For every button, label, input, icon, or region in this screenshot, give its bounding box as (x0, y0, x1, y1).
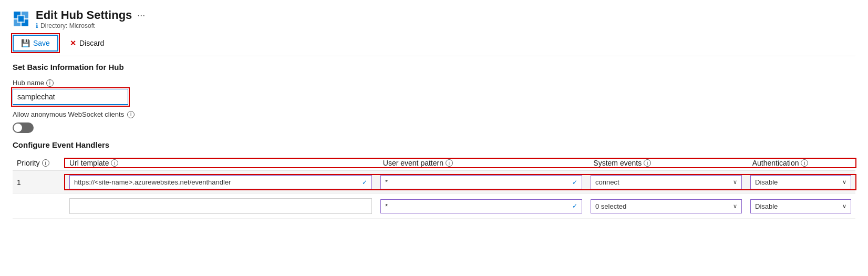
url-input-text-row1: https://<site-name>.azurewebsites.net/ev… (74, 178, 360, 186)
info-icon: ℹ (36, 22, 38, 29)
table-header-row: Priority i Url template i User event pat… (13, 156, 855, 171)
url-input-row1[interactable]: https://<site-name>.azurewebsites.net/ev… (69, 175, 372, 189)
highlighted-columns-header: Url template i User event pattern i Syst… (65, 159, 855, 167)
hub-name-info-icon[interactable]: i (46, 79, 54, 87)
basic-info-section: Set Basic Information for Hub Hub name i… (13, 63, 855, 133)
event-handlers-table: Priority i Url template i User event pat… (13, 156, 855, 219)
subtitle: ℹ Directory: Microsoft (36, 22, 145, 29)
auth-value-row2: Disable (755, 202, 840, 210)
anonymous-label-wrapper: Allow anonymous WebSocket clients i (13, 110, 855, 118)
user-event-check-row2: ✓ (572, 202, 577, 210)
save-label: Save (33, 39, 50, 47)
cell-auth-2[interactable]: Disable ∨ (746, 198, 855, 214)
table-row: * ✓ 0 selected ∨ Disable ∨ (13, 194, 855, 219)
user-event-dropdown-row1[interactable]: * ✓ (380, 175, 582, 189)
save-icon: 💾 (21, 39, 30, 47)
table-row: 1 https://<site-name>.azurewebsites.net/… (13, 171, 855, 194)
discard-icon: ✕ (70, 39, 76, 47)
svg-rect-5 (18, 16, 24, 22)
subtitle-text: Directory: Microsoft (40, 22, 95, 29)
auth-value-row1: Disable (755, 178, 840, 186)
save-button[interactable]: 💾 Save (13, 35, 58, 52)
system-events-value-row1: connect (595, 178, 731, 186)
system-events-value-row2: 0 selected (595, 202, 731, 210)
cell-system-1[interactable]: connect ∨ (586, 175, 746, 189)
anonymous-toggle[interactable] (13, 122, 34, 133)
col-header-system: System events i (589, 159, 748, 167)
auth-dropdown-row1[interactable]: Disable ∨ (750, 175, 851, 189)
system-chevron-row2: ∨ (733, 203, 737, 210)
url-info-icon[interactable]: i (111, 159, 118, 167)
page-title: Edit Hub Settings (36, 8, 132, 22)
cell-auth-1[interactable]: Disable ∨ (746, 175, 855, 189)
cell-priority-1: 1 (13, 178, 65, 187)
event-handlers-title: Configure Event Handlers (13, 140, 855, 149)
col-header-auth: Authentication i (748, 159, 855, 167)
anonymous-label-text: Allow anonymous WebSocket clients (13, 110, 124, 118)
col-header-priority: Priority i (13, 159, 65, 167)
basic-info-title: Set Basic Information for Hub (13, 63, 855, 71)
title-block: Edit Hub Settings ··· ℹ Directory: Micro… (36, 8, 145, 29)
anonymous-info-icon[interactable]: i (127, 111, 135, 118)
user-event-dropdown-row2[interactable]: * ✓ (380, 199, 582, 213)
user-event-info-icon[interactable]: i (446, 159, 453, 167)
col-header-user-event: User event pattern i (379, 159, 590, 167)
discard-button[interactable]: ✕ Discard (63, 36, 111, 50)
more-options-icon[interactable]: ··· (137, 10, 145, 21)
col-header-url: Url template i (65, 159, 379, 167)
user-event-check-row1: ✓ (572, 179, 577, 186)
hub-name-label: Hub name (13, 79, 44, 87)
auth-dropdown-row2[interactable]: Disable ∨ (750, 199, 851, 213)
system-chevron-row1: ∨ (733, 179, 737, 186)
event-handlers-section: Configure Event Handlers Priority i Url … (13, 140, 855, 219)
cell-user-event-1[interactable]: * ✓ (376, 175, 586, 189)
auth-chevron-row1: ∨ (842, 179, 846, 186)
url-input-row2[interactable] (69, 198, 372, 214)
cell-url-2[interactable] (65, 198, 376, 214)
system-events-dropdown-row2[interactable]: 0 selected ∨ (591, 199, 742, 213)
hub-name-label-wrapper: Hub name i (13, 79, 855, 87)
url-check-icon-row1: ✓ (362, 179, 367, 186)
toolbar: 💾 Save ✕ Discard (13, 35, 855, 56)
page-header: Edit Hub Settings ··· ℹ Directory: Micro… (13, 8, 855, 29)
hub-name-input[interactable] (13, 89, 128, 105)
auth-chevron-row2: ∨ (842, 203, 846, 210)
priority-info-icon[interactable]: i (42, 159, 49, 167)
user-event-value-row2: * (385, 202, 570, 210)
app-icon (13, 11, 29, 27)
system-info-icon[interactable]: i (644, 159, 651, 167)
cell-url-1[interactable]: https://<site-name>.azurewebsites.net/ev… (65, 175, 376, 189)
system-events-dropdown-row1[interactable]: connect ∨ (591, 175, 742, 189)
cell-system-2[interactable]: 0 selected ∨ (586, 198, 746, 214)
auth-info-icon[interactable]: i (801, 159, 808, 167)
cell-user-event-2[interactable]: * ✓ (376, 198, 586, 214)
discard-label: Discard (79, 39, 104, 47)
user-event-value-row1: * (385, 178, 570, 186)
